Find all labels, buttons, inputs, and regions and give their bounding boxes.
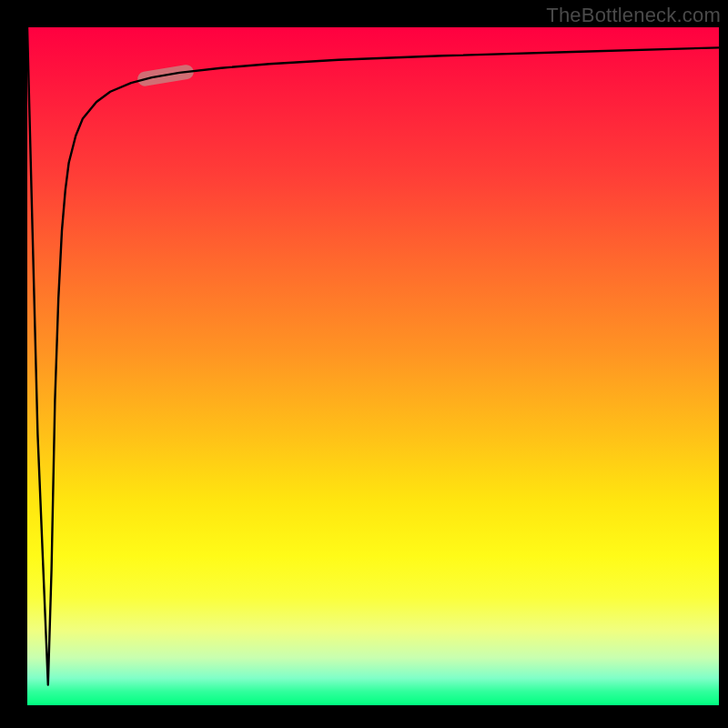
attribution-text: TheBottleneck.com — [546, 4, 721, 27]
plot-area — [27, 27, 719, 705]
curve — [27, 27, 719, 685]
chart-frame: TheBottleneck.com — [0, 0, 728, 728]
curve-layer — [27, 27, 719, 705]
